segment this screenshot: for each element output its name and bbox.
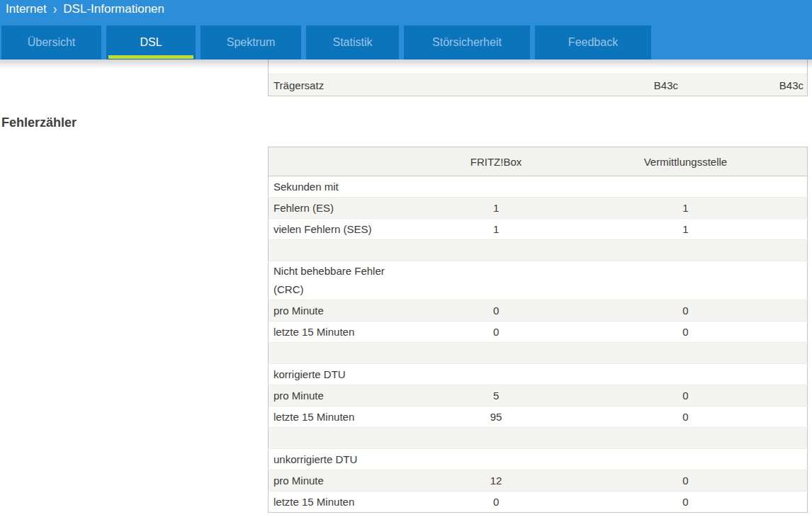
row-label: korrigierte DTU (269, 364, 408, 385)
section-title: Fehlerzähler (1, 115, 77, 130)
carrier-exchange-value: B43c (678, 79, 807, 91)
fritzbox-value: 95 (407, 407, 585, 428)
table-row: Nicht behebbare Fehler (CRC) (269, 261, 808, 300)
exchange-value: 1 (585, 219, 808, 240)
carrier-set-table: Trägersatz B43c B43c (268, 59, 808, 96)
table-row (269, 343, 808, 364)
exchange-value (585, 449, 808, 470)
tab--bersicht[interactable]: Übersicht (1, 25, 101, 59)
row-label (269, 240, 408, 261)
error-counter-table: FRITZ!Box Vermittlungsstelle Sekunden mi… (268, 147, 808, 513)
exchange-value: 0 (585, 470, 808, 492)
fritzbox-value: 0 (407, 300, 585, 322)
exchange-value (585, 428, 808, 449)
row-label (269, 428, 408, 449)
column-header-vermittlungsstelle: Vermittlungsstelle (585, 147, 808, 176)
carrier-table-cutoff-row (269, 59, 807, 74)
fritzbox-value: 0 (407, 492, 585, 513)
tab-st-rsicherheit[interactable]: Störsicherheit (404, 25, 530, 59)
table-row: pro Minute00 (269, 300, 808, 322)
table-row: letzte 15 Minuten950 (269, 407, 808, 428)
fritzbox-value: 5 (407, 385, 585, 407)
row-label: letzte 15 Minuten (269, 407, 408, 428)
fritzbox-dsl-page: Internet › DSL-Informationen ÜbersichtDS… (0, 0, 812, 517)
table-row: pro Minute120 (269, 470, 808, 492)
exchange-value: 1 (585, 198, 808, 219)
table-row: Fehlern (ES)11 (269, 198, 808, 219)
fritzbox-value: 12 (407, 470, 585, 492)
tab-dsl[interactable]: DSL (106, 25, 196, 59)
tab-spektrum[interactable]: Spektrum (201, 25, 301, 59)
fritzbox-value (407, 343, 585, 364)
fritzbox-value (407, 261, 585, 300)
table-row (269, 428, 808, 449)
row-label: letzte 15 Minuten (269, 322, 408, 343)
fritzbox-value (407, 364, 585, 385)
row-label (269, 343, 408, 364)
header: Internet › DSL-Informationen ÜbersichtDS… (0, 0, 812, 59)
fritzbox-value: 1 (407, 219, 585, 240)
exchange-value (585, 176, 808, 198)
table-header-row: FRITZ!Box Vermittlungsstelle (269, 147, 808, 176)
row-label: pro Minute (269, 470, 408, 492)
carrier-fritzbox-value: B43c (538, 79, 678, 91)
breadcrumb-page-title: DSL-Informationen (63, 2, 164, 16)
exchange-value (585, 261, 808, 300)
fritzbox-value (407, 176, 585, 198)
fritzbox-value (407, 428, 585, 449)
row-label: vielen Fehlern (SES) (269, 219, 408, 240)
exchange-value: 0 (585, 385, 808, 407)
column-header-label (269, 147, 408, 176)
row-label: pro Minute (269, 300, 408, 322)
table-row: Trägersatz B43c B43c (269, 74, 807, 96)
exchange-value (585, 364, 808, 385)
carrier-row-label: Trägersatz (269, 79, 538, 91)
tab-bar: ÜbersichtDSLSpektrumStatistikStörsicherh… (1, 25, 651, 59)
breadcrumb-internet[interactable]: Internet (6, 2, 47, 16)
exchange-value (585, 343, 808, 364)
table-row: pro Minute50 (269, 385, 808, 407)
row-label: Nicht behebbare Fehler (CRC) (269, 261, 408, 300)
table-row: letzte 15 Minuten00 (269, 492, 808, 513)
exchange-value (585, 240, 808, 261)
row-label: unkorrigierte DTU (269, 449, 408, 470)
tab-statistik[interactable]: Statistik (306, 25, 399, 59)
table-row: Sekunden mit (269, 176, 808, 198)
table-row: unkorrigierte DTU (269, 449, 808, 470)
table-row: korrigierte DTU (269, 364, 808, 385)
fritzbox-value (407, 449, 585, 470)
exchange-value: 0 (585, 407, 808, 428)
table-row: letzte 15 Minuten00 (269, 322, 808, 343)
exchange-value: 0 (585, 492, 808, 513)
row-label: Sekunden mit (269, 176, 408, 198)
fritzbox-value: 0 (407, 322, 585, 343)
table-row (269, 240, 808, 261)
exchange-value: 0 (585, 322, 808, 343)
row-label: Fehlern (ES) (269, 198, 408, 219)
fritzbox-value (407, 240, 585, 261)
column-header-fritzbox: FRITZ!Box (407, 147, 585, 176)
fritzbox-value: 1 (407, 198, 585, 219)
breadcrumb: Internet › DSL-Informationen (6, 2, 164, 16)
tab-feedback[interactable]: Feedback (535, 25, 651, 59)
row-label: pro Minute (269, 385, 408, 407)
table-row: vielen Fehlern (SES)11 (269, 219, 808, 240)
row-label: letzte 15 Minuten (269, 492, 408, 513)
chevron-right-icon: › (53, 1, 57, 18)
exchange-value: 0 (585, 300, 808, 322)
